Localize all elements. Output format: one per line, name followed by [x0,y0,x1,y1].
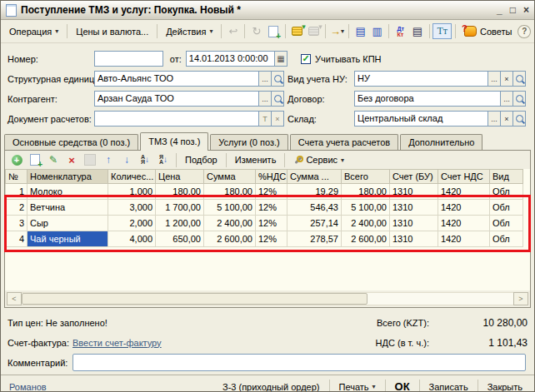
table-row[interactable]: 3Сыр2,0001 200,002 400,0012%257,142 400,… [6,216,523,231]
add-copy-row-icon[interactable] [27,151,43,168]
row-number-cell[interactable]: 1 [6,184,28,200]
tab-services[interactable]: Услуги (0 поз.) [210,134,288,150]
contract-input[interactable]: Без договора ... [354,91,526,107]
clear-icon[interactable]: × [500,72,512,86]
horizontal-scrollbar[interactable]: < > [7,292,528,305]
save-button[interactable]: Записать [422,380,475,392]
tab-settlement-accounts[interactable]: Счета учета расчетов [290,134,398,150]
column-header[interactable]: Всего [342,170,390,184]
print-form-button[interactable]: З-3 (приходный ордер) [216,380,327,392]
enter-invoice-link[interactable]: Ввести счет-фактуру [72,338,162,348]
table-cell[interactable]: 1420 [438,200,490,216]
table-cell[interactable]: Обл [490,216,523,231]
table-cell[interactable]: 180,00 [342,184,390,200]
column-header[interactable]: Счет (БУ) [390,170,438,184]
description-toggle-button[interactable]: Тт [432,23,452,39]
table-cell[interactable]: 2 600,00 [204,231,256,247]
edit-button[interactable]: Изменить [231,153,281,166]
service-button[interactable]: Сервис ▾ [289,153,348,166]
sort-asc-icon[interactable]: АЯ↓ [137,151,153,168]
table-cell[interactable]: 12% [256,184,288,200]
pick-button[interactable]: Подбор [181,153,222,166]
table-cell[interactable]: 2 400,00 [204,216,256,231]
text-edit-icon[interactable]: T [258,112,271,126]
help-button[interactable]: ? [518,25,530,38]
table-cell[interactable]: 1420 [438,216,490,231]
comment-input[interactable] [72,354,526,371]
table-cell[interactable]: 5 100,00 [342,200,390,216]
operation-button[interactable]: Операция▾ [4,24,63,39]
go-to-icon[interactable]: →▾ [329,23,345,40]
prices-currency-button[interactable]: Цены и валюта... [71,24,153,39]
date-input[interactable]: 14.01.2013 0:00:00 ▦ [186,51,288,67]
table-cell[interactable]: Обл [490,200,523,216]
table-cell[interactable]: 650,00 [156,231,204,247]
table-cell[interactable]: 1 700,00 [156,200,204,216]
column-header[interactable]: Сумма ... [288,170,342,184]
tab-fixed-assets[interactable]: Основные средства (0 поз.) [4,134,138,150]
tab-tmz[interactable]: ТМЗ (4 поз.) [140,132,208,151]
table-cell[interactable]: 2 600,00 [342,231,390,247]
column-header[interactable]: Вид [490,170,523,184]
number-input[interactable] [94,51,163,67]
table-cell[interactable]: 3,000 [108,200,156,216]
scrollbar-thumb[interactable] [22,293,368,305]
column-header[interactable]: № [6,170,28,184]
table-cell[interactable]: 257,14 [288,216,342,231]
ellipsis-button[interactable]: ... [258,72,271,86]
column-header[interactable]: Количес... [108,170,156,184]
sort-desc-icon[interactable]: ЯА↓ [155,151,172,168]
table-row[interactable]: 2Ветчина3,0001 700,005 100,0012%546,435 … [6,200,523,216]
lookup-icon[interactable] [512,112,525,126]
table-cell[interactable]: Сыр [28,216,108,231]
tab-additional[interactable]: Дополнительно [400,134,482,150]
table-cell[interactable]: 1310 [390,184,438,200]
table-cell[interactable]: Молоко [28,184,108,200]
warehouse-input[interactable]: Центральный склад ... × [354,111,526,127]
set-flags-icon[interactable]: ▥ [369,23,385,40]
nu-type-input[interactable]: НУ ... × [354,71,526,87]
table-cell[interactable]: 2,000 [108,216,156,231]
edit-row-icon[interactable]: ✎ [45,151,62,168]
close-button[interactable]: × [523,4,529,16]
table-row[interactable]: 1Молоко1,000180,00180,0012%19,29180,0013… [6,184,523,200]
table-cell[interactable]: Чай черный [28,231,108,247]
lookup-icon[interactable] [512,92,525,106]
table-cell[interactable]: 1310 [390,216,438,231]
table-cell[interactable]: 1420 [438,231,490,247]
table-cell[interactable]: 1 200,00 [156,216,204,231]
row-number-cell[interactable]: 4 [6,231,28,247]
tips-button[interactable]: Советы [459,23,517,39]
scrollbar-track[interactable] [22,292,513,305]
ellipsis-button[interactable]: ... [488,112,500,126]
table-cell[interactable]: 1420 [438,184,490,200]
structural-unit-input[interactable]: Авто-Альянс ТОО ... [94,71,284,87]
table-cell[interactable]: 1310 [390,200,438,216]
table-cell[interactable]: 5 100,00 [204,200,256,216]
lookup-icon[interactable] [512,72,525,86]
column-header[interactable]: Сумма [204,170,256,184]
table-cell[interactable]: 1,000 [108,184,156,200]
table-cell[interactable]: 1310 [390,231,438,247]
table-cell[interactable]: 180,00 [204,184,256,200]
lookup-icon[interactable] [271,72,283,86]
move-down-icon[interactable]: ↓ [118,151,135,168]
minimize-button[interactable]: _ [497,4,502,16]
table-cell[interactable]: 546,43 [288,200,342,216]
post-document-icon[interactable] [289,23,305,40]
calendar-icon[interactable]: ▦ [274,52,287,66]
scroll-left-icon[interactable]: < [7,292,22,305]
table-cell[interactable]: 180,00 [156,184,204,200]
table-cell[interactable]: 4,000 [108,231,156,247]
table-cell[interactable]: 12% [256,216,288,231]
row-number-cell[interactable]: 3 [6,216,28,231]
print-button[interactable]: Печать▾ [332,380,382,392]
kpn-checkbox[interactable]: ✓ Учитывать КПН [301,54,382,64]
lookup-icon[interactable] [271,92,283,106]
table-cell[interactable]: 12% [256,231,288,247]
scroll-right-icon[interactable]: > [513,292,528,305]
column-header[interactable]: %НДС [256,170,288,184]
clear-icon[interactable]: × [500,112,512,126]
copy-document-icon[interactable] [266,23,282,40]
column-header[interactable]: Цена [156,170,204,184]
